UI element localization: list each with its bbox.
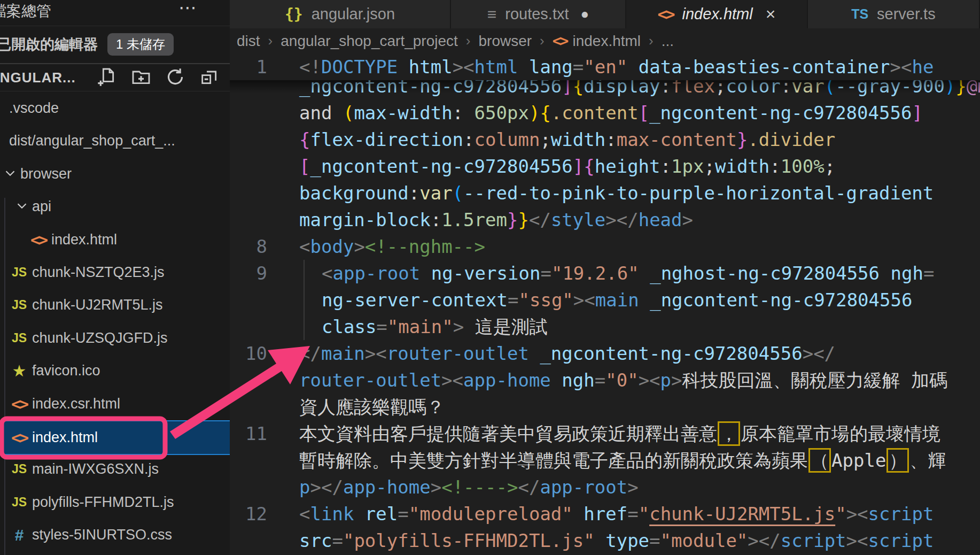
- code-token: DOCTYPE: [321, 56, 398, 78]
- code-token: data-beasties-container: [639, 56, 890, 78]
- code-token: [: [639, 102, 649, 124]
- code-token: html: [475, 56, 518, 78]
- code-token: ]: [573, 156, 584, 177]
- code-row[interactable]: 12<link rel="modulepreload" href="chunk-…: [230, 500, 980, 527]
- code-token: background: [299, 182, 409, 204]
- code-row[interactable]: 資人應該樂觀嗎？: [230, 394, 980, 420]
- sticky-scroll-shadow: [230, 80, 980, 93]
- tree-item-label: main-IWXG6SXN.js: [32, 461, 159, 477]
- code-token: >: [453, 316, 475, 337]
- breadcrumb-item[interactable]: <>index.html: [553, 32, 641, 50]
- code-token: {: [584, 156, 594, 177]
- code-token: [551, 369, 562, 391]
- close-icon[interactable]: ×: [766, 4, 776, 24]
- line-number: 1: [230, 53, 267, 80]
- code-row[interactable]: p></app-home><!----></app-root>: [230, 474, 980, 500]
- tree-item[interactable]: <>index.html: [0, 223, 230, 256]
- open-editors-section[interactable]: 已開啟的編輯器 1 未儲存: [0, 26, 230, 63]
- sidebar-title-row: 檔案總管 ⋯: [0, 0, 230, 26]
- breadcrumb-item[interactable]: ...: [662, 33, 674, 50]
- code-token: .content: [551, 102, 639, 124]
- tree-item[interactable]: .vscode: [0, 92, 230, 125]
- breadcrumb-item[interactable]: angular_shop_cart_project: [281, 33, 458, 50]
- code-token: ]: [912, 102, 922, 124]
- code-token: =: [573, 56, 584, 78]
- code-row[interactable]: margin-block:1.5rem}}</style></head>: [230, 206, 980, 233]
- code-row[interactable]: class="main"> 這是測試: [230, 313, 980, 340]
- code-token: ><: [453, 56, 475, 78]
- tab-server-ts[interactable]: TSserver.ts: [808, 0, 980, 28]
- code-token: =: [332, 530, 343, 551]
- code-row[interactable]: ng-server-context="ssg"><main _ngcontent…: [230, 287, 980, 313]
- tree-item[interactable]: #styles-5INURTSO.css: [0, 519, 230, 551]
- tree-item[interactable]: JSchunk-UJ2RMT5L.js: [0, 289, 230, 321]
- code-row[interactable]: src="polyfills-FFHMD2TL.js" type="module…: [230, 527, 980, 554]
- code-token: rel: [365, 503, 398, 525]
- code-row[interactable]: background:var(--red-to-pink-to-purple-h…: [230, 180, 980, 206]
- code-token: [639, 289, 650, 311]
- code-row[interactable]: 8<body><!--nghm-->: [230, 233, 980, 260]
- code-token: src: [299, 530, 332, 551]
- breadcrumb[interactable]: dist›angular_shop_cart_project›browser›<…: [230, 28, 980, 53]
- tab-angular-json[interactable]: {}angular.json: [230, 0, 451, 28]
- code-token: }: [518, 209, 528, 230]
- code-viewport[interactable]: 1<!DOCTYPE html><html lang="en" data-bea…: [230, 53, 980, 555]
- tree-item[interactable]: JSmain-IWXG6SXN.js: [0, 453, 230, 485]
- tree-item[interactable]: JSchunk-NSZTQ2E3.js: [0, 256, 230, 289]
- code-token: ": [639, 503, 649, 525]
- code-row[interactable]: [_ngcontent-ng-c972804556]{height:1px;wi…: [230, 153, 980, 180]
- breadcrumb-label: browser: [478, 33, 532, 50]
- code-row[interactable]: 9<app-root ng-version="19.2.6" _nghost-n…: [230, 260, 980, 287]
- code-token: app-home: [463, 369, 551, 391]
- html-file-icon: <>: [6, 428, 32, 447]
- code-token: main: [595, 289, 639, 311]
- code-token: =: [923, 263, 934, 284]
- tab-label: index.html: [682, 5, 753, 23]
- tree-item-label: dist/angular_shop_cart_...: [9, 133, 175, 149]
- tree-item[interactable]: api: [0, 190, 230, 223]
- code-token: ></: [803, 343, 835, 364]
- sticky-line-1[interactable]: 1<!DOCTYPE html><html lang="en" data-bea…: [230, 53, 980, 80]
- code-token: >: [627, 476, 638, 498]
- html-file-icon: <>: [26, 230, 51, 249]
- tab-routes-txt[interactable]: ≡routes.txt●: [451, 0, 626, 28]
- code-token: ;: [704, 156, 714, 177]
- code-row[interactable]: {flex-direction:column;width:max-content…: [230, 126, 980, 153]
- code-row[interactable]: 暫時解除。中美雙方針對半導體與電子產品的新關稅政策為蘋果（Apple）、輝: [230, 447, 980, 474]
- breadcrumb-item[interactable]: browser: [478, 33, 532, 50]
- code-token: [639, 263, 650, 284]
- code-token: href: [584, 503, 627, 525]
- code-row[interactable]: and (max-width: 650px){.content[_ngconte…: [230, 99, 980, 126]
- tree-item[interactable]: JSpolyfills-FFHMD2TL.js: [0, 486, 230, 519]
- ts-file-icon: TS: [851, 6, 868, 22]
- tab-label: server.ts: [877, 5, 936, 23]
- refresh-icon[interactable]: [165, 66, 186, 88]
- code-token: }: [507, 209, 518, 230]
- new-folder-icon[interactable]: [130, 66, 152, 88]
- favicon-star-icon: ★: [6, 361, 32, 380]
- breadcrumb-item[interactable]: dist: [237, 33, 260, 50]
- code-row[interactable]: 10</main><router-outlet _ngcontent-ng-c9…: [230, 340, 980, 367]
- tree-item-label: favicon.ico: [32, 363, 100, 379]
- explorer-section-header[interactable]: ANGULAR...: [0, 64, 230, 91]
- collapse-all-icon[interactable]: [199, 66, 220, 88]
- code-row[interactable]: 11本文資料由客戶提供隨著美中貿易政策近期釋出善意，原本籠罩市場的最壞情境: [230, 420, 980, 447]
- code-row[interactable]: router-outlet><app-home ngh="0"><p>科技股回溫…: [230, 367, 980, 394]
- tree-item-label: styles-5INURTSO.css: [32, 527, 172, 543]
- new-file-icon[interactable]: [96, 66, 118, 88]
- unsaved-badge: 1 未儲存: [107, 33, 174, 56]
- open-editors-label: 已開啟的編輯器: [0, 35, 98, 54]
- code-token: [: [299, 156, 310, 177]
- code-token: 這是測試: [475, 316, 548, 337]
- tree-item-label: .vscode: [9, 100, 59, 117]
- more-actions-icon[interactable]: ⋯: [178, 0, 198, 18]
- tree-item[interactable]: dist/angular_shop_cart_...: [0, 125, 230, 157]
- tree-item[interactable]: JSchunk-UZSQJGFD.js: [0, 322, 230, 354]
- code-token: 100%: [781, 156, 825, 177]
- tree-item[interactable]: <>index.csr.html: [0, 388, 230, 420]
- tree-item-index-html-selected[interactable]: <>index.html: [0, 420, 230, 455]
- code-token: Apple: [831, 450, 886, 471]
- tree-item[interactable]: ★favicon.ico: [0, 354, 230, 387]
- tree-item[interactable]: browser: [0, 158, 230, 190]
- tab-index-html[interactable]: <>index.html×: [626, 0, 808, 28]
